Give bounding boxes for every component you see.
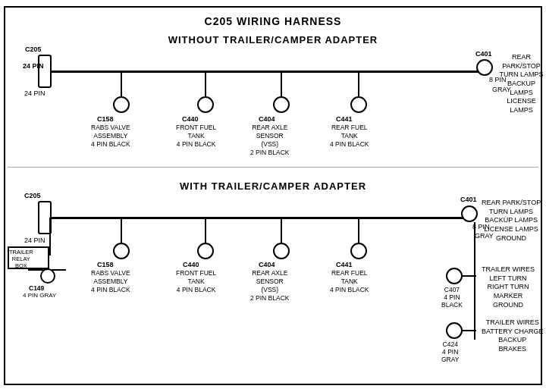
c205-pin-2: 24 PIN — [24, 237, 46, 245]
vline-c440-2 — [205, 218, 206, 244]
c440-label-1: C440 — [182, 115, 199, 124]
c407-circle — [446, 268, 463, 284]
c401-gray-2: GRAY — [475, 232, 494, 240]
section1-header: WITHOUT TRAILER/CAMPER ADAPTER — [91, 34, 455, 45]
c441-label-2: C441 — [336, 261, 353, 269]
hline-c424 — [461, 330, 476, 331]
c149-pin: 4 PIN GRAY — [23, 292, 56, 299]
main-hline-2 — [49, 217, 474, 219]
trailer-relay-label: TRAILERRELAYBOX — [9, 249, 33, 269]
c158-circle-2 — [113, 243, 130, 259]
c404-circle-1 — [273, 96, 290, 113]
c440-desc-1: FRONT FUELTANK4 PIN BLACK — [176, 124, 216, 149]
c404-desc-2: REAR AXLESENSOR(VSS)2 PIN BLACK — [250, 269, 290, 303]
c404-desc-1: REAR AXLESENSOR(VSS)2 PIN BLACK — [250, 124, 290, 157]
c441-circle-2 — [350, 243, 367, 259]
vline-c441-1 — [358, 71, 359, 98]
page-title: C205 WIRING HARNESS — [0, 9, 546, 27]
c441-desc-2: REAR FUELTANK4 PIN BLACK — [330, 269, 369, 294]
vline-c404-2 — [281, 218, 282, 244]
vline-c404-1 — [281, 71, 282, 98]
c158-desc-2: RABS VALVEASSEMBLY4 PIN BLACK — [91, 269, 130, 294]
c440-circle-2 — [197, 243, 214, 259]
c404-circle-2 — [273, 243, 290, 259]
c205-pin-1: 24 PIN — [24, 89, 46, 98]
c441-circle-1 — [350, 96, 367, 113]
c401-pin-1: 8 PIN — [489, 76, 507, 84]
c401-label-2: C401 — [460, 196, 477, 204]
vline-right-branch — [474, 222, 475, 340]
diagram-area: C205 WIRING HARNESS WITHOUT TRAILER/CAMP… — [0, 0, 546, 372]
section2-header: WITH TRAILER/CAMPER ADAPTER — [91, 180, 455, 192]
c149-circle — [40, 268, 55, 284]
c424-right-label: TRAILER WIRESBATTERY CHARGEBACKUPBRAKES — [482, 318, 544, 354]
c401-circle-1 — [476, 59, 493, 76]
c424-circle — [446, 322, 463, 339]
c424-pin-label: C4244 PINGRAY — [441, 340, 459, 364]
c404-label-2: C404 — [259, 261, 275, 269]
c205-label-2: C205 — [24, 192, 41, 200]
c149-label: C149 — [29, 284, 44, 292]
c401-right-label-1: REAR PARK/STOPTURN LAMPSBACKUP LAMPSLICE… — [497, 53, 546, 115]
c441-label-1: C441 — [336, 115, 353, 124]
main-hline-1 — [49, 71, 489, 73]
vline-trailer — [49, 218, 51, 256]
c158-label-2: C158 — [97, 261, 114, 269]
c205-label-1: C205 24 PIN — [23, 45, 44, 70]
c440-desc-2: FRONT FUELTANK4 PIN BLACK — [176, 269, 216, 294]
vline-c440-1 — [205, 71, 206, 98]
c158-desc-1: RABS VALVEASSEMBLY4 PIN BLACK — [91, 124, 130, 149]
vline-c158-1 — [121, 71, 122, 98]
hline-c407 — [461, 275, 476, 277]
c401-circle-2 — [461, 205, 478, 222]
c158-circle-1 — [113, 96, 130, 113]
c441-desc-1: REAR FUELTANK4 PIN BLACK — [330, 124, 369, 149]
c404-label-1: C404 — [259, 115, 275, 124]
c407-right-label: TRAILER WIRESLEFT TURNRIGHT TURNMARKERGR… — [482, 265, 535, 309]
vline-c158-2 — [121, 218, 122, 244]
section-divider — [8, 167, 538, 168]
c407-pin-label: C4074 PINBLACK — [441, 286, 463, 309]
c158-label-1: C158 — [97, 115, 114, 124]
c440-circle-1 — [197, 96, 214, 113]
c440-label-2: C440 — [183, 261, 199, 269]
vline-c441-2 — [358, 218, 359, 244]
c401-gray-1: GRAY — [492, 86, 511, 94]
c401-label-1: C401 — [475, 50, 492, 58]
